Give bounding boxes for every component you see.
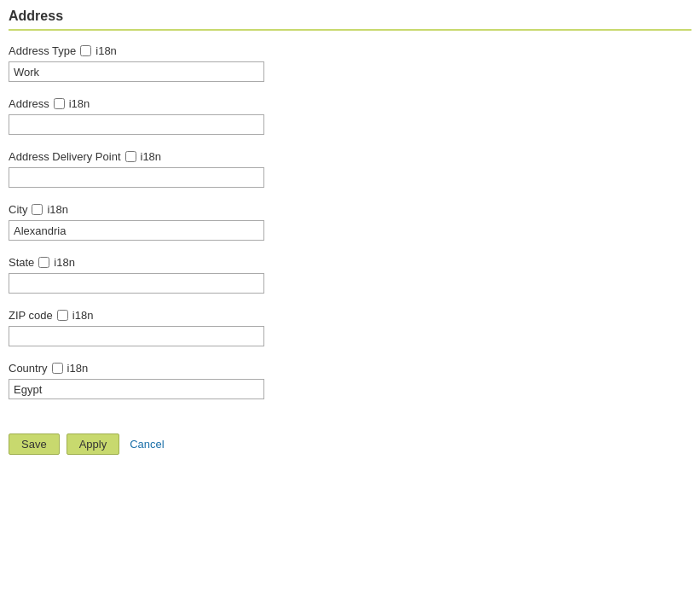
input-zip-code[interactable]	[9, 326, 264, 346]
field-state: State i18n	[9, 256, 691, 294]
i18n-city: i18n	[47, 203, 68, 216]
field-address: Address i18n	[9, 97, 691, 135]
footer-buttons: Save Apply Cancel	[9, 425, 691, 455]
input-country[interactable]	[9, 379, 264, 399]
label-city: City i18n	[9, 203, 691, 216]
input-state[interactable]	[9, 273, 264, 294]
checkbox-city[interactable]	[32, 204, 43, 215]
field-city: City i18n	[9, 203, 691, 241]
checkbox-state[interactable]	[38, 257, 49, 268]
i18n-zip-code: i18n	[72, 309, 94, 322]
label-text-address: Address	[9, 97, 49, 110]
form-body: Address Type i18n Address i18n Address D…	[9, 44, 691, 399]
label-text-country: Country	[9, 362, 48, 375]
label-text-state: State	[9, 256, 34, 269]
checkbox-address-type[interactable]	[80, 45, 91, 56]
label-address-type: Address Type i18n	[9, 44, 691, 57]
i18n-address: i18n	[69, 97, 90, 110]
label-text-address-type: Address Type	[9, 44, 76, 57]
label-state: State i18n	[9, 256, 691, 269]
field-address-delivery-point: Address Delivery Point i18n	[9, 150, 691, 188]
input-address-type[interactable]	[9, 61, 264, 82]
label-text-zip-code: ZIP code	[9, 309, 53, 322]
field-address-type: Address Type i18n	[9, 44, 691, 82]
cancel-button[interactable]: Cancel	[126, 434, 167, 454]
checkbox-address-delivery-point[interactable]	[125, 151, 136, 162]
label-address: Address i18n	[9, 97, 691, 110]
checkbox-address[interactable]	[54, 98, 65, 109]
input-address-delivery-point[interactable]	[9, 167, 264, 188]
apply-button[interactable]: Apply	[67, 433, 120, 455]
page-title: Address	[9, 9, 691, 31]
i18n-address-delivery-point: i18n	[141, 150, 162, 163]
page-container: Address Address Type i18n Address i18n A…	[0, 0, 700, 605]
input-city[interactable]	[9, 220, 264, 241]
checkbox-country[interactable]	[52, 363, 63, 374]
input-address[interactable]	[9, 114, 264, 135]
i18n-country: i18n	[67, 362, 89, 375]
label-text-address-delivery-point: Address Delivery Point	[9, 150, 121, 163]
label-address-delivery-point: Address Delivery Point i18n	[9, 150, 691, 163]
save-button[interactable]: Save	[9, 433, 60, 455]
label-zip-code: ZIP code i18n	[9, 309, 691, 322]
i18n-address-type: i18n	[95, 44, 117, 57]
label-country: Country i18n	[9, 362, 691, 375]
field-country: Country i18n	[9, 362, 691, 399]
field-zip-code: ZIP code i18n	[9, 309, 691, 346]
checkbox-zip-code[interactable]	[57, 310, 68, 321]
label-text-city: City	[9, 203, 27, 216]
i18n-state: i18n	[54, 256, 75, 269]
